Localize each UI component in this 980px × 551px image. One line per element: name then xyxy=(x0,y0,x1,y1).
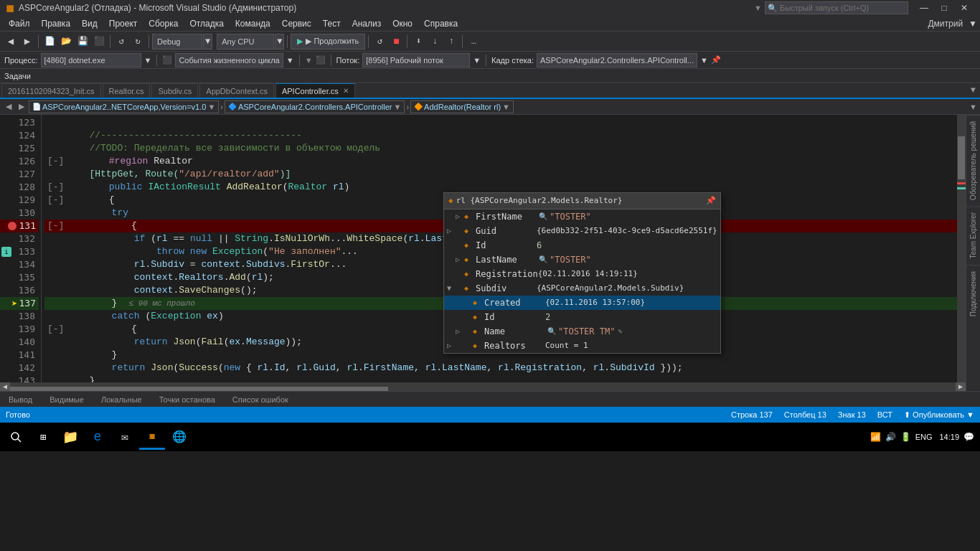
tooltip-row-reg[interactable]: ◆ Registration {02.11.2016 14:19:11} xyxy=(444,267,720,281)
debug-more-btn[interactable]: … xyxy=(466,34,481,50)
panel-solution-explorer[interactable]: Обозреватель решений xyxy=(966,115,980,206)
process-dropdown[interactable]: [4860] dotnet.exe xyxy=(41,53,141,67)
tooltip-row-realtors[interactable]: ▷ ◆ Realtors Count = 1 xyxy=(444,339,720,353)
events-arrow[interactable]: ▼ xyxy=(286,56,294,65)
menu-help[interactable]: Справка xyxy=(418,16,463,32)
minimize-button[interactable]: — xyxy=(914,0,934,16)
menu-view[interactable]: Вид xyxy=(76,16,103,32)
open-btn[interactable]: 📂 xyxy=(58,34,74,50)
expand-col-ln[interactable]: ▷ xyxy=(456,253,464,266)
taskbar-notify[interactable]: 💬 xyxy=(963,432,974,442)
edit-icon[interactable]: ✎ xyxy=(618,325,622,338)
stop-btn[interactable]: ■ xyxy=(388,34,404,50)
btm-tab-visible[interactable]: Видимые xyxy=(41,392,93,408)
redo-btn[interactable]: ↻ xyxy=(130,34,146,50)
expand-col-subdiv[interactable]: ▼ xyxy=(447,282,456,295)
tooltip-pin-icon[interactable]: 📌 xyxy=(706,194,716,207)
user-menu-icon[interactable]: ▼ xyxy=(969,19,977,29)
frame-arrow[interactable]: ▼ xyxy=(700,56,708,65)
taskbar-mail[interactable]: ✉ xyxy=(112,424,138,450)
tab-realtor[interactable]: Realtor.cs xyxy=(103,83,151,98)
menu-test[interactable]: Тест xyxy=(317,16,347,32)
frame-dropdown[interactable]: ASPCoreAngular2.Controllers.APIControll.… xyxy=(537,53,697,67)
panel-connections[interactable]: Подключения xyxy=(966,265,980,322)
menu-analyze[interactable]: Анализ xyxy=(347,16,387,32)
step-out-btn[interactable]: ↑ xyxy=(443,34,459,50)
editor-scrollbar[interactable] xyxy=(957,115,966,382)
btm-tab-errors[interactable]: Список ошибок xyxy=(224,392,297,408)
tab-subdiv[interactable]: Subdiv.cs xyxy=(151,83,198,98)
h-scroll-thumb[interactable] xyxy=(10,387,388,391)
save-all-btn[interactable]: ⬛ xyxy=(91,34,107,50)
menu-project[interactable]: Проект xyxy=(103,16,143,32)
menu-debug[interactable]: Отладка xyxy=(184,16,229,32)
debug-config-dropdown[interactable]: Debug xyxy=(152,34,202,50)
events-dropdown[interactable]: События жизненного цикла xyxy=(175,53,283,67)
tooltip-row-lastname[interactable]: ▷ ◆ LastName 🔍 "TOSTER" xyxy=(444,253,720,267)
thread-arrow[interactable]: ▼ xyxy=(473,56,481,65)
expand-col-guid[interactable]: ▷ xyxy=(447,225,456,237)
publish-button[interactable]: ⬆ Опубликовать ▼ xyxy=(904,410,974,420)
search-icon-sm2[interactable]: 🔍 xyxy=(547,325,556,338)
run-button[interactable]: ▶ ▶ Продолжить xyxy=(291,34,365,50)
taskbar-explorer[interactable]: 📁 xyxy=(57,424,83,450)
taskbar-chrome[interactable]: 🌐 xyxy=(166,424,192,450)
tab-dropdown[interactable]: ▼ xyxy=(966,83,980,98)
menu-tools[interactable]: Сервис xyxy=(276,16,317,32)
path-nav-forward[interactable]: ▶ xyxy=(16,100,27,113)
tooltip-row-guid[interactable]: ▷ ◆ Guid {6ed0b332-2f51-403c-9ce9-d5acd6… xyxy=(444,224,720,238)
tooltip-row-subdiv-id[interactable]: ◆ Id 2 xyxy=(444,310,720,324)
tooltip-row-created[interactable]: ◆ Created {02.11.2016 13:57:00} xyxy=(444,296,720,310)
tab-appdb[interactable]: AppDbContext.cs xyxy=(199,83,274,98)
quick-launch-input[interactable] xyxy=(765,1,908,14)
forward-btn[interactable]: ▶ xyxy=(19,34,35,50)
cpu-dropdown[interactable]: Any CPU xyxy=(217,34,274,50)
step-into-btn[interactable]: ↓ xyxy=(427,34,443,50)
cpu-arrow[interactable]: ▼ xyxy=(275,34,284,50)
menu-file[interactable]: Файл xyxy=(3,16,36,32)
save-btn[interactable]: 💾 xyxy=(75,34,90,50)
scroll-thumb[interactable] xyxy=(958,136,965,179)
search-icon-sm[interactable]: 🔍 xyxy=(539,210,547,223)
path-nav-back[interactable]: ◀ xyxy=(3,100,14,113)
path-method-dropdown[interactable]: 🔶 AddRealtor(Realtor rl) ▼ xyxy=(410,100,514,113)
frame-pin[interactable]: 📌 xyxy=(711,55,721,65)
tooltip-row-subdiv[interactable]: ▼ ◆ Subdiv {ASPCoreAngular2.Models.Subdi… xyxy=(444,281,720,296)
menu-build[interactable]: Сборка xyxy=(143,16,184,32)
tab-init[interactable]: 20161102094323_Init.cs xyxy=(1,83,101,98)
process-arrow[interactable]: ▼ xyxy=(144,56,152,65)
search-icon-sm[interactable]: 🔍 xyxy=(539,253,547,266)
undo-btn[interactable]: ↺ xyxy=(113,34,129,50)
scroll-right-btn[interactable]: ▶ xyxy=(956,382,966,391)
tab-close-icon[interactable]: ✕ xyxy=(343,87,349,95)
path-class-dropdown[interactable]: 🔷 ASPCoreAngular2.Controllers.APIControl… xyxy=(225,100,405,113)
panel-team-explorer[interactable]: Team Explorer xyxy=(966,206,980,264)
btm-tab-output[interactable]: Вывод xyxy=(0,392,41,408)
horizontal-scrollbar[interactable]: ◀ ▶ xyxy=(0,382,966,391)
path-namespace-dropdown[interactable]: 📄 ASPCoreAngular2..NETCoreApp,Version=v1… xyxy=(29,100,219,113)
btm-tab-breakpoints[interactable]: Точки останова xyxy=(151,392,224,408)
code-editor[interactable]: 123 124 125 126 127 128 129 130 131 132 xyxy=(0,115,966,391)
back-btn[interactable]: ◀ xyxy=(3,34,19,50)
taskbar-vs[interactable]: ◼ xyxy=(139,424,165,450)
btm-tab-locals[interactable]: Локальные xyxy=(93,392,151,408)
restart-btn[interactable]: ↺ xyxy=(372,34,387,50)
menu-team[interactable]: Команда xyxy=(230,16,276,32)
code-content[interactable]: //------------------------------------ /… xyxy=(42,115,957,382)
expand-col-r[interactable]: ▷ xyxy=(447,339,456,352)
maximize-button[interactable]: □ xyxy=(934,0,954,16)
step-over-btn[interactable]: ⬇ xyxy=(410,34,426,50)
thread-dropdown[interactable]: [8956] Рабочий поток xyxy=(362,53,470,67)
scroll-left-btn[interactable]: ◀ xyxy=(0,382,10,391)
tooltip-row-id[interactable]: ◆ Id 6 xyxy=(444,238,720,253)
taskbar-taskview[interactable]: ⊞ xyxy=(30,424,56,450)
menu-edit[interactable]: Правка xyxy=(36,16,77,32)
tooltip-row-firstname[interactable]: ▷ ◆ FirstName 🔍 "TOSTER" xyxy=(444,209,720,224)
tab-apicontroller[interactable]: APIController.cs ✕ xyxy=(275,83,355,98)
debug-config-arrow[interactable]: ▼ xyxy=(203,34,212,50)
new-file-btn[interactable]: 📄 xyxy=(42,34,57,50)
menu-window[interactable]: Окно xyxy=(387,16,418,32)
expand-col-sn[interactable]: ▷ xyxy=(456,325,464,338)
path-expand-btn[interactable]: ▼ xyxy=(969,103,977,111)
tooltip-row-subdiv-name[interactable]: ▷ ◆ Name 🔍 "TOSTER TM" ✎ xyxy=(444,324,720,339)
